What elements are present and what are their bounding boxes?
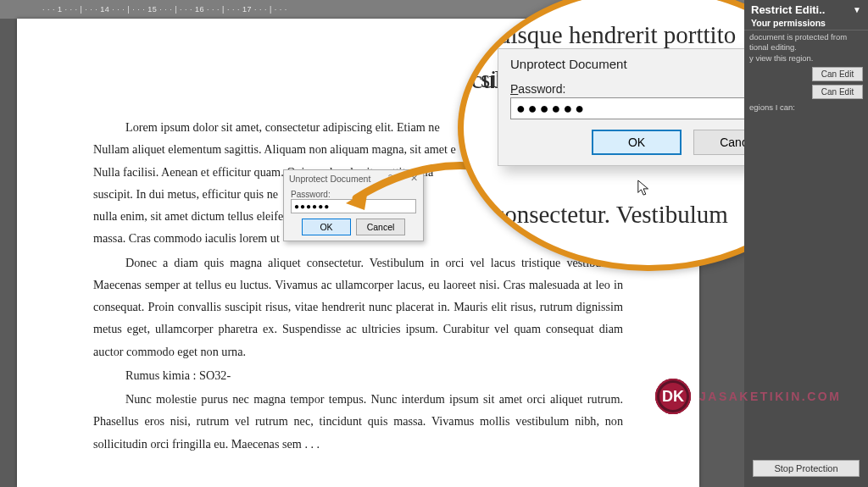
- can-edit-button[interactable]: Can Edit: [812, 85, 863, 99]
- watermark-text: JASAKETIKIN.COM: [699, 390, 841, 403]
- pane-title: Restrict Editi.. ▼: [744, 0, 868, 18]
- permissions-heading: Your permissions: [744, 18, 868, 30]
- can-edit-button[interactable]: Can Edit: [812, 67, 863, 81]
- stop-protection-button[interactable]: Stop Protection: [753, 460, 860, 477]
- paragraph: Nunc molestie purus nec magna tempor tem…: [93, 388, 623, 455]
- cancel-button[interactable]: Cancel: [356, 219, 405, 235]
- ok-button[interactable]: OK: [302, 219, 351, 235]
- ok-button[interactable]: OK: [592, 130, 682, 155]
- logo-icon: DK: [655, 379, 691, 414]
- chevron-down-icon[interactable]: ▼: [853, 5, 861, 14]
- password-label: Password:: [291, 190, 416, 199]
- dialog-title: Unprotect Document: [289, 174, 370, 184]
- help-icon[interactable]: ?: [388, 174, 393, 183]
- paragraph: Rumus kimia : SO32-: [93, 364, 623, 386]
- unprotect-dialog-small: Unprotect Document ? ✕ Password: OK Canc…: [283, 169, 424, 241]
- watermark-badge: DK JASAKETIKIN.COM: [655, 379, 841, 414]
- password-input[interactable]: [291, 199, 416, 213]
- close-icon[interactable]: ✕: [410, 173, 418, 184]
- paragraph: Donec a diam quis magna aliquet consecte…: [93, 252, 623, 362]
- password-input[interactable]: [510, 97, 783, 119]
- permissions-text: document is protected from tional editin…: [744, 32, 868, 113]
- dialog-title: Unprotect Document: [510, 57, 744, 71]
- password-label: Password:: [510, 82, 783, 96]
